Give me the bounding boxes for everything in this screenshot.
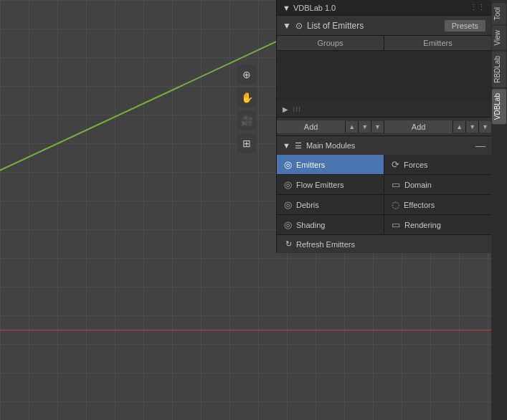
groups-arrow-extra[interactable]: ▼ (371, 121, 384, 133)
modules-header: ▼ ☰ Main Modules — (277, 136, 491, 155)
emitters-module-label: Emitters (296, 161, 325, 169)
emitters-header: ▼ ⊙ List of Emitters Presets (277, 16, 491, 36)
emitters-arrow-down[interactable]: ▼ (465, 121, 478, 133)
emitters-column-header: Emitters (384, 36, 492, 51)
table-footer-right: Add ▲ ▼ ▼ (384, 120, 491, 133)
tab-vdblab[interactable]: VDBLab (492, 89, 506, 124)
effectors-module-label: Effectors (404, 201, 435, 209)
debris-module-icon: ◎ (284, 199, 292, 210)
tab-tool[interactable]: Tool (492, 3, 506, 24)
grid-icon[interactable]: ⊞ (237, 133, 257, 153)
refresh-emitters-button[interactable]: ↻ Refresh Emitters (277, 234, 491, 253)
groups-column-header: Groups (277, 36, 384, 51)
camera-icon[interactable]: 🎥 (237, 110, 257, 130)
emitters-header-title: List of Emitters (307, 21, 364, 31)
tab-view[interactable]: View (492, 26, 506, 50)
emitters-arrow-up[interactable]: ▲ (452, 121, 465, 133)
modules-header-title: Main Modules (306, 141, 355, 150)
table-footer: Add ▲ ▼ ▼ Add ▲ ▼ ▼ (277, 117, 491, 135)
forces-module-label: Forces (404, 161, 428, 169)
module-item-shading[interactable]: ◎ Shading (277, 215, 384, 234)
main-panel: ▼ VDBLab 1.0 ⋮⋮ ▼ ⊙ List of Emitters Pre… (276, 0, 491, 253)
table-footer-left: Add ▲ ▼ ▼ (277, 120, 384, 133)
emitters-header-icon: ⊙ (295, 21, 303, 31)
right-tabs: Tool View RBDLab VDBLab (491, 0, 507, 420)
modules-section: ▼ ☰ Main Modules — ◎ Emitters ⟳ Forces ◎… (277, 135, 491, 253)
hand-icon[interactable]: ✋ (237, 87, 257, 108)
viewport-line-red (0, 330, 491, 330)
emitters-table: Groups Emitters (277, 36, 491, 51)
debris-module-label: Debris (296, 201, 319, 209)
left-toolbar: ⊕ ✋ 🎥 ⊞ (237, 65, 257, 153)
forces-module-icon: ⟳ (392, 159, 399, 170)
domain-module-label: Domain (404, 181, 432, 189)
emitters-collapse-arrow[interactable]: ▼ (283, 21, 291, 31)
module-grid: ◎ Emitters ⟳ Forces ◎ Flow Emitters ▭ Do… (277, 155, 491, 234)
groups-arrow-up[interactable]: ▲ (345, 121, 358, 133)
modules-arrow[interactable]: ▼ (283, 141, 290, 150)
add-emitters-button[interactable]: Add (384, 120, 452, 133)
module-item-debris[interactable]: ◎ Debris (277, 195, 384, 214)
play-area: ▶ ⁞⁞⁞ (277, 101, 491, 117)
flow-emitters-module-label: Flow Emitters (296, 181, 344, 189)
modules-header-left: ▼ ☰ Main Modules (283, 141, 355, 151)
domain-module-icon: ▭ (392, 179, 400, 190)
panel-title: ▼ VDBLab 1.0 (283, 4, 336, 12)
module-item-flow-emitters[interactable]: ◎ Flow Emitters (277, 175, 384, 194)
add-groups-button[interactable]: Add (277, 120, 345, 133)
shading-module-label: Shading (296, 221, 325, 229)
tab-rbdlab[interactable]: RBDLab (492, 52, 506, 87)
panel-title-arrow: ▼ (283, 4, 290, 12)
rendering-module-label: Rendering (404, 221, 441, 229)
refresh-label: Refresh Emitters (296, 240, 355, 249)
emitters-header-left: ▼ ⊙ List of Emitters (283, 21, 364, 31)
module-item-domain[interactable]: ▭ Domain (384, 175, 491, 194)
drag-handle: ⁞⁞⁞ (293, 105, 301, 113)
presets-button[interactable]: Presets (445, 20, 485, 32)
module-item-effectors[interactable]: ◌ Effectors (384, 195, 491, 214)
panel-header-dots: ⋮⋮ (470, 3, 485, 12)
emitters-arrow-extra[interactable]: ▼ (478, 121, 491, 133)
effectors-module-icon: ◌ (392, 199, 399, 210)
module-item-rendering[interactable]: ▭ Rendering (384, 215, 491, 234)
modules-collapse-button[interactable]: — (475, 140, 485, 151)
modules-header-icon: ☰ (295, 141, 302, 151)
rendering-module-icon: ▭ (392, 219, 400, 230)
panel-header: ▼ VDBLab 1.0 ⋮⋮ (277, 0, 491, 16)
groups-arrow-down[interactable]: ▼ (358, 121, 371, 133)
table-body (277, 51, 491, 101)
module-item-forces[interactable]: ⟳ Forces (384, 155, 491, 174)
add-icon[interactable]: ⊕ (237, 65, 257, 85)
play-button[interactable]: ▶ (283, 105, 288, 113)
panel-title-text: VDBLab 1.0 (293, 4, 336, 12)
module-item-emitters[interactable]: ◎ Emitters (277, 155, 384, 174)
emitters-module-icon: ◎ (284, 159, 292, 170)
flow-emitters-module-icon: ◎ (284, 179, 292, 190)
shading-module-icon: ◎ (284, 219, 292, 230)
emitters-section: ▼ ⊙ List of Emitters Presets Groups Emit… (277, 16, 491, 135)
refresh-icon: ↻ (285, 239, 292, 249)
